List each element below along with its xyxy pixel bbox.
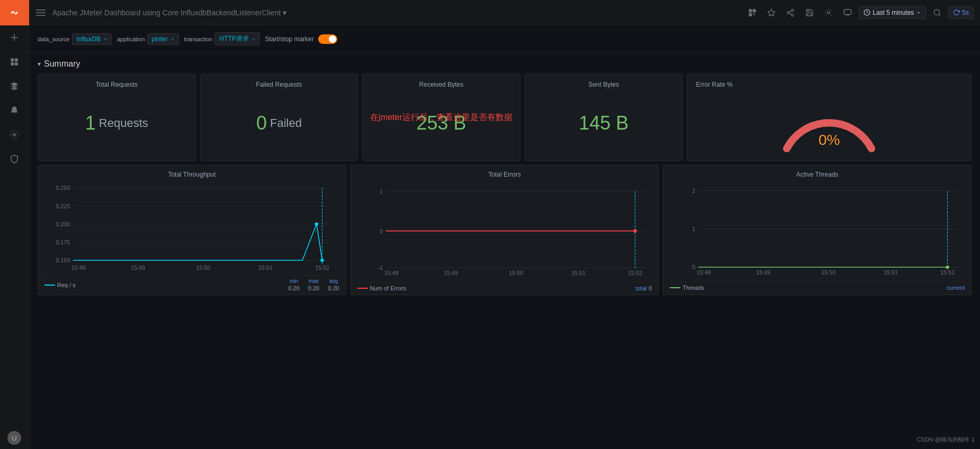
threads-panel: Active Threads 2 1 0 15:48 15:49 bbox=[663, 165, 972, 295]
tv-mode-button[interactable] bbox=[840, 5, 856, 21]
application-label: application bbox=[117, 36, 145, 42]
received-bytes-title: Received Bytes bbox=[371, 81, 511, 88]
svg-line-19 bbox=[789, 11, 792, 12]
svg-point-1 bbox=[11, 12, 13, 14]
svg-text:0.150: 0.150 bbox=[56, 258, 70, 264]
svg-point-42 bbox=[320, 259, 323, 262]
failed-requests-title: Failed Requests bbox=[209, 81, 349, 88]
sent-bytes-value: 145 B bbox=[534, 93, 674, 154]
errors-legend: Num of Errors bbox=[357, 285, 406, 291]
data-source-label: data_source bbox=[38, 36, 70, 42]
data-source-filter: data_source InfluxDB bbox=[38, 33, 112, 45]
svg-text:15:51: 15:51 bbox=[258, 264, 273, 271]
svg-line-24 bbox=[939, 14, 940, 16]
settings-button[interactable] bbox=[821, 5, 837, 21]
grafana-logo[interactable] bbox=[0, 0, 29, 25]
gauge-container: 0% bbox=[776, 90, 882, 154]
chevron-down-icon: ▾ bbox=[38, 60, 41, 68]
throughput-panel: Total Throughput 0.250 0.225 0.200 0.175 bbox=[38, 165, 346, 295]
svg-rect-4 bbox=[15, 58, 18, 61]
svg-text:15:48: 15:48 bbox=[384, 270, 399, 276]
errors-chart-area: 1 0 -1 15:48 15:49 15:50 15:51 15:52 bbox=[357, 181, 652, 280]
throughput-chart-area: 0.250 0.225 0.200 0.175 0.150 15:48 15:4… bbox=[44, 181, 339, 273]
sidebar-alert-icon[interactable] bbox=[0, 99, 29, 122]
marker-label: Start/stop marker bbox=[265, 35, 314, 43]
svg-text:0.225: 0.225 bbox=[56, 203, 70, 209]
svg-point-7 bbox=[13, 134, 16, 136]
received-bytes-value: 253 B bbox=[371, 93, 511, 154]
share-button[interactable] bbox=[783, 5, 798, 21]
topbar-actions: Last 5 minutes 5s bbox=[744, 5, 974, 21]
error-rate-title: Error Rate % bbox=[696, 81, 732, 88]
svg-point-15 bbox=[792, 9, 794, 11]
transaction-dropdown[interactable]: HTTP请求 bbox=[214, 32, 259, 45]
time-picker[interactable]: Last 5 minutes bbox=[859, 6, 926, 19]
throughput-legend-line bbox=[44, 285, 55, 286]
search-button[interactable] bbox=[929, 5, 945, 21]
sidebar-shield-icon[interactable] bbox=[0, 148, 29, 170]
threads-chart-area: 2 1 0 15:48 15:49 15:50 15:51 15:52 bbox=[670, 181, 965, 279]
threads-legend-line bbox=[670, 287, 680, 288]
marker-toggle-container: Start/stop marker bbox=[265, 34, 337, 44]
svg-rect-6 bbox=[15, 62, 18, 66]
topbar: Apache JMeter Dashboard using Core Influ… bbox=[29, 0, 980, 25]
errors-total: total 0 bbox=[635, 285, 652, 291]
data-source-dropdown[interactable]: InfluxDB bbox=[72, 33, 112, 45]
svg-point-2 bbox=[16, 12, 17, 14]
sidebar-dashboard-icon[interactable] bbox=[0, 51, 29, 73]
throughput-stats: min 0.20 max 0.20 avg 0.20 bbox=[288, 278, 339, 291]
failed-requests-value: 0 Failed bbox=[209, 93, 349, 154]
throughput-title: Total Throughput bbox=[44, 171, 339, 178]
transaction-filter: transaction HTTP请求 bbox=[184, 32, 260, 45]
svg-text:-1: -1 bbox=[377, 264, 383, 271]
throughput-footer: Req / s min 0.20 max 0.20 avg bbox=[44, 276, 339, 291]
threads-current: current bbox=[947, 284, 965, 291]
svg-rect-13 bbox=[749, 13, 752, 16]
svg-text:15:48: 15:48 bbox=[697, 269, 711, 276]
svg-text:15:49: 15:49 bbox=[444, 270, 458, 276]
svg-text:0: 0 bbox=[693, 264, 696, 270]
svg-marker-14 bbox=[768, 9, 775, 16]
svg-text:15:51: 15:51 bbox=[571, 270, 586, 276]
refresh-button[interactable]: 5s bbox=[948, 6, 974, 19]
svg-text:15:48: 15:48 bbox=[71, 264, 86, 271]
main-content: Apache JMeter Dashboard using Core Influ… bbox=[29, 0, 980, 449]
watermark: CSDN @骑马的蜗牛 1 bbox=[916, 436, 975, 444]
sidebar-settings-icon[interactable] bbox=[0, 124, 29, 146]
threads-legend: Threads bbox=[670, 285, 704, 291]
dashboard: ▾ Summary Total Requests 1 Requests Fail… bbox=[29, 53, 980, 449]
save-button[interactable] bbox=[802, 5, 817, 21]
svg-text:15:50: 15:50 bbox=[509, 270, 523, 276]
section-title: Summary bbox=[44, 59, 80, 69]
stat-avg: avg 0.20 bbox=[328, 278, 339, 291]
svg-text:15:50: 15:50 bbox=[196, 264, 210, 271]
marker-toggle[interactable] bbox=[318, 34, 337, 44]
svg-text:2: 2 bbox=[693, 188, 696, 194]
total-requests-title: Total Requests bbox=[47, 81, 187, 88]
application-dropdown[interactable]: pinter bbox=[147, 33, 179, 45]
svg-point-23 bbox=[934, 10, 940, 15]
svg-point-68 bbox=[946, 265, 949, 269]
stat-max: max 0.20 bbox=[308, 278, 319, 291]
svg-text:1: 1 bbox=[693, 226, 696, 232]
star-button[interactable] bbox=[763, 5, 779, 21]
add-panel-button[interactable] bbox=[744, 5, 760, 21]
sidebar-explore-icon[interactable] bbox=[0, 75, 29, 97]
sidebar-add-icon[interactable] bbox=[0, 26, 29, 49]
transaction-label: transaction bbox=[184, 36, 213, 42]
sidebar-user-avatar[interactable]: U bbox=[0, 427, 29, 449]
svg-text:15:51: 15:51 bbox=[884, 269, 898, 276]
svg-point-17 bbox=[792, 14, 794, 16]
svg-text:15:49: 15:49 bbox=[131, 264, 145, 271]
menu-icon[interactable] bbox=[35, 7, 46, 18]
threads-title: Active Threads bbox=[670, 171, 965, 178]
total-requests-value: 1 Requests bbox=[47, 93, 187, 154]
svg-rect-21 bbox=[844, 10, 851, 14]
svg-text:15:52: 15:52 bbox=[941, 269, 955, 276]
svg-point-20 bbox=[828, 12, 830, 14]
errors-title: Total Errors bbox=[357, 171, 652, 178]
summary-section-header[interactable]: ▾ Summary bbox=[38, 59, 972, 69]
toggle-knob bbox=[329, 35, 336, 43]
sidebar: U bbox=[0, 0, 29, 449]
sent-bytes-panel: Sent Bytes 145 B bbox=[525, 74, 683, 161]
